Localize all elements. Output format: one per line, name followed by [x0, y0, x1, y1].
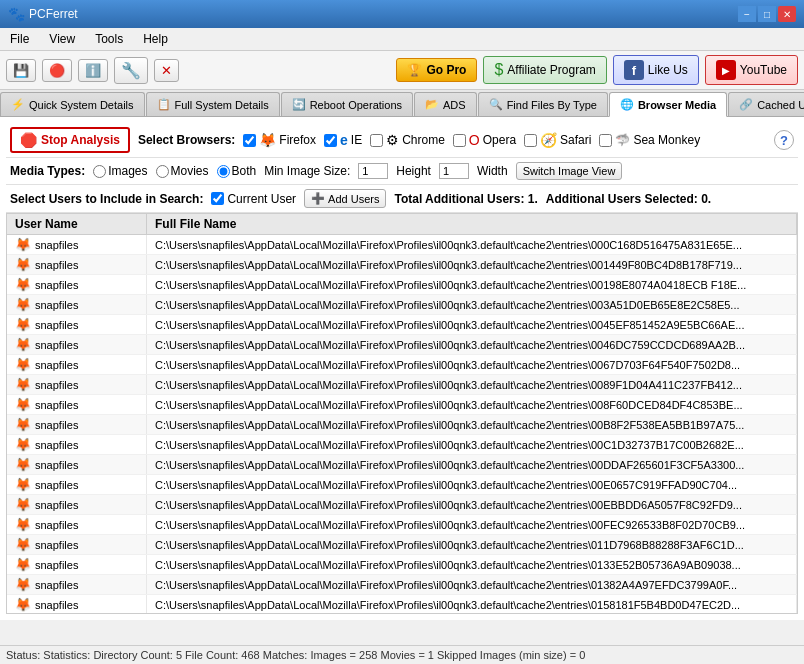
table-row[interactable]: 🦊snapfilesC:\Users\snapfiles\AppData\Loc… [7, 335, 797, 355]
full-system-icon: 📋 [157, 98, 171, 111]
maximize-button[interactable]: □ [758, 6, 776, 22]
firefox-checkbox-label[interactable]: 🦊 Firefox [243, 132, 316, 148]
opera-checkbox[interactable] [453, 134, 466, 147]
firefox-row-icon: 🦊 [15, 577, 31, 592]
table-row[interactable]: 🦊snapfilesC:\Users\snapfiles\AppData\Loc… [7, 595, 797, 614]
toolbar-btn-3[interactable]: ℹ️ [78, 59, 108, 82]
tab-cached-urls[interactable]: 🔗 Cached URLs [728, 92, 804, 116]
chrome-checkbox-label[interactable]: ⚙ Chrome [370, 132, 445, 148]
table-row[interactable]: 🦊snapfilesC:\Users\snapfiles\AppData\Loc… [7, 295, 797, 315]
title-bar-title: PCFerret [29, 7, 78, 21]
firefox-row-icon: 🦊 [15, 557, 31, 572]
tab-browser-media[interactable]: 🌐 Browser Media [609, 92, 727, 117]
firefox-row-icon: 🦊 [15, 537, 31, 552]
col-header-username: User Name [7, 214, 147, 234]
safari-checkbox[interactable] [524, 134, 537, 147]
ie-checkbox[interactable] [324, 134, 337, 147]
menu-help[interactable]: Help [137, 30, 174, 48]
user-cell: 🦊snapfiles [7, 275, 147, 294]
width-label: Width [477, 164, 508, 178]
tab-quick-system[interactable]: ⚡ Quick System Details [0, 92, 145, 116]
firefox-checkbox[interactable] [243, 134, 256, 147]
table-row[interactable]: 🦊snapfilesC:\Users\snapfiles\AppData\Loc… [7, 235, 797, 255]
images-radio[interactable] [93, 165, 106, 178]
title-bar-left: 🐾 PCFerret [8, 6, 78, 22]
user-cell: 🦊snapfiles [7, 235, 147, 254]
table-row[interactable]: 🦊snapfilesC:\Users\snapfiles\AppData\Loc… [7, 455, 797, 475]
toolbar-btn-4[interactable]: 🔧 [114, 57, 148, 84]
seamonkey-checkbox[interactable] [599, 134, 612, 147]
both-radio-label[interactable]: Both [217, 164, 257, 178]
firefox-row-icon: 🦊 [15, 477, 31, 492]
add-users-button[interactable]: ➕ Add Users [304, 189, 386, 208]
file-cell: C:\Users\snapfiles\AppData\Local\Mozilla… [147, 335, 797, 354]
affiliate-button[interactable]: $ Affiliate Program [483, 56, 606, 84]
go-pro-button[interactable]: 🏆 Go Pro [396, 58, 477, 82]
cached-urls-icon: 🔗 [739, 98, 753, 111]
toolbar-btn-1[interactable]: 💾 [6, 59, 36, 82]
table-row[interactable]: 🦊snapfilesC:\Users\snapfiles\AppData\Loc… [7, 255, 797, 275]
title-bar: 🐾 PCFerret − □ ✕ [0, 0, 804, 28]
user-cell: 🦊snapfiles [7, 435, 147, 454]
tab-full-system[interactable]: 📋 Full System Details [146, 92, 280, 116]
table-row[interactable]: 🦊snapfilesC:\Users\snapfiles\AppData\Loc… [7, 515, 797, 535]
like-us-label: Like Us [648, 63, 688, 77]
seamonkey-checkbox-label[interactable]: 🦈 Sea Monkey [599, 133, 700, 147]
go-pro-icon: 🏆 [407, 63, 422, 77]
user-cell: 🦊snapfiles [7, 555, 147, 574]
current-user-checkbox[interactable] [211, 192, 224, 205]
user-cell: 🦊snapfiles [7, 255, 147, 274]
table-row[interactable]: 🦊snapfilesC:\Users\snapfiles\AppData\Loc… [7, 315, 797, 335]
table-row[interactable]: 🦊snapfilesC:\Users\snapfiles\AppData\Loc… [7, 275, 797, 295]
ie-checkbox-label[interactable]: e IE [324, 132, 362, 148]
movies-radio[interactable] [156, 165, 169, 178]
table-row[interactable]: 🦊snapfilesC:\Users\snapfiles\AppData\Loc… [7, 415, 797, 435]
current-user-label[interactable]: Current User [211, 192, 296, 206]
help-button[interactable]: ? [774, 130, 794, 150]
table-row[interactable]: 🦊snapfilesC:\Users\snapfiles\AppData\Loc… [7, 435, 797, 455]
file-cell: C:\Users\snapfiles\AppData\Local\Mozilla… [147, 295, 797, 314]
menu-view[interactable]: View [43, 30, 81, 48]
menu-tools[interactable]: Tools [89, 30, 129, 48]
toolbar-btn-2[interactable]: 🔴 [42, 59, 72, 82]
table-row[interactable]: 🦊snapfilesC:\Users\snapfiles\AppData\Loc… [7, 395, 797, 415]
tab-ads[interactable]: 📂 ADS [414, 92, 477, 116]
min-image-size-input[interactable] [358, 163, 388, 179]
chrome-checkbox[interactable] [370, 134, 383, 147]
movies-radio-label[interactable]: Movies [156, 164, 209, 178]
media-types-label: Media Types: [10, 164, 85, 178]
table-row[interactable]: 🦊snapfilesC:\Users\snapfiles\AppData\Loc… [7, 475, 797, 495]
menu-bar: File View Tools Help [0, 28, 804, 51]
firefox-row-icon: 🦊 [15, 597, 31, 612]
menu-file[interactable]: File [4, 30, 35, 48]
height-input[interactable] [439, 163, 469, 179]
table-row[interactable]: 🦊snapfilesC:\Users\snapfiles\AppData\Loc… [7, 575, 797, 595]
opera-checkbox-label[interactable]: O Opera [453, 132, 516, 148]
like-us-button[interactable]: f Like Us [613, 55, 699, 85]
file-cell: C:\Users\snapfiles\AppData\Local\Mozilla… [147, 435, 797, 454]
toolbar-btn-5[interactable]: ✕ [154, 59, 179, 82]
table-row[interactable]: 🦊snapfilesC:\Users\snapfiles\AppData\Loc… [7, 375, 797, 395]
both-radio[interactable] [217, 165, 230, 178]
quick-system-icon: ⚡ [11, 98, 25, 111]
switch-image-view-button[interactable]: Switch Image View [516, 162, 623, 180]
facebook-icon: f [624, 60, 644, 80]
close-button[interactable]: ✕ [778, 6, 796, 22]
select-users-label: Select Users to Include in Search: [10, 192, 203, 206]
status-bar: Status: Statistics: Directory Count: 5 F… [0, 645, 804, 664]
table-row[interactable]: 🦊snapfilesC:\Users\snapfiles\AppData\Loc… [7, 355, 797, 375]
table-row[interactable]: 🦊snapfilesC:\Users\snapfiles\AppData\Loc… [7, 535, 797, 555]
table-row[interactable]: 🦊snapfilesC:\Users\snapfiles\AppData\Loc… [7, 495, 797, 515]
tab-reboot[interactable]: 🔄 Reboot Operations [281, 92, 413, 116]
stop-analysis-button[interactable]: 🛑 Stop Analysis [10, 127, 130, 153]
safari-checkbox-label[interactable]: 🧭 Safari [524, 132, 591, 148]
user-cell: 🦊snapfiles [7, 375, 147, 394]
ads-icon: 📂 [425, 98, 439, 111]
content-area: 🛑 Stop Analysis Select Browsers: 🦊 Firef… [0, 117, 804, 620]
youtube-button[interactable]: ▶ YouTube [705, 55, 798, 85]
images-radio-label[interactable]: Images [93, 164, 147, 178]
minimize-button[interactable]: − [738, 6, 756, 22]
tab-find-files[interactable]: 🔍 Find Files By Type [478, 92, 608, 116]
users-row: Select Users to Include in Search: Curre… [6, 185, 798, 213]
table-row[interactable]: 🦊snapfilesC:\Users\snapfiles\AppData\Loc… [7, 555, 797, 575]
